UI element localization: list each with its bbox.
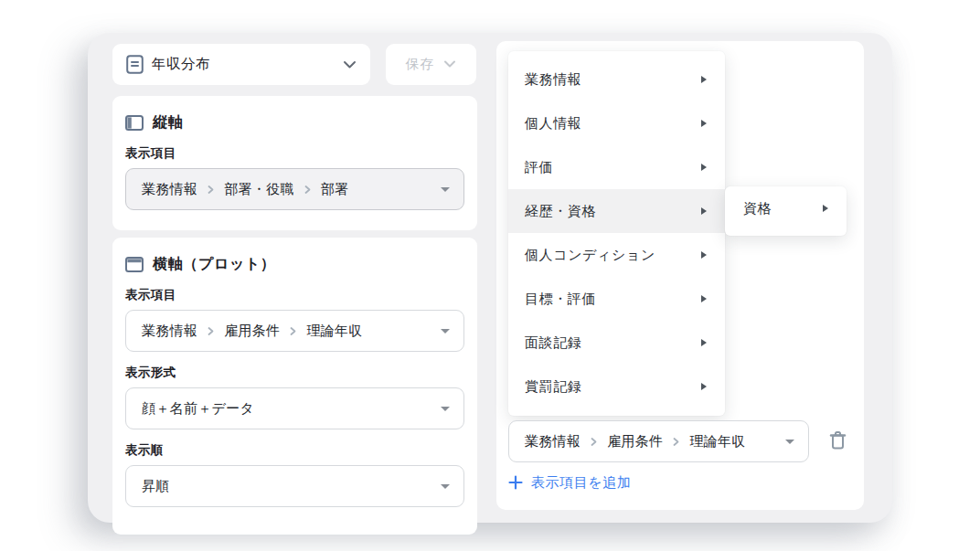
menu-item-label: 賞罰記録 <box>525 378 581 396</box>
arrow-right-icon <box>701 383 707 390</box>
menu-item-label: 面談記録 <box>525 334 581 352</box>
chart-selector[interactable]: 年収分布 <box>112 44 370 85</box>
menu-item-label: 個人情報 <box>525 115 581 132</box>
display-format-value: 顔＋名前＋データ <box>142 400 254 418</box>
arrow-right-icon <box>701 295 707 302</box>
horizontal-split-icon <box>125 257 144 272</box>
chevron-down-icon <box>343 60 357 69</box>
chevron-down-icon <box>443 60 456 69</box>
vertical-axis-item-select[interactable]: 業務情報 部署・役職 部署 <box>125 168 464 210</box>
sort-order-value: 昇順 <box>142 478 170 495</box>
arrow-right-icon <box>701 339 707 346</box>
chart-title: 年収分布 <box>152 55 210 74</box>
delete-display-item-button[interactable] <box>824 427 851 454</box>
arrow-right-icon <box>823 205 828 212</box>
arrow-right-icon <box>701 251 707 259</box>
vertical-split-icon <box>125 115 144 131</box>
caret-down-icon <box>441 407 450 411</box>
horizontal-axis-title: 横軸（プロット） <box>153 255 276 274</box>
arrow-right-icon <box>701 207 707 215</box>
breadcrumb-part: 部署・役職 <box>224 181 294 198</box>
display-item-label: 表示項目 <box>125 287 464 303</box>
breadcrumb-part: 雇用条件 <box>607 433 663 450</box>
display-item-label: 表示項目 <box>125 145 464 162</box>
chevron-right-icon <box>672 437 680 447</box>
document-icon <box>126 55 144 74</box>
chevron-right-icon <box>590 437 598 447</box>
menu-item-label: 評価 <box>525 159 553 176</box>
save-button[interactable]: 保存 <box>386 44 476 85</box>
save-button-label: 保存 <box>406 56 435 73</box>
caret-down-icon <box>441 329 450 334</box>
chevron-right-icon <box>289 326 297 336</box>
breadcrumb-part: 理論年収 <box>306 323 362 340</box>
menu-item-goal-evaluation[interactable]: 目標・評価 <box>508 277 725 321</box>
breadcrumb-part: 業務情報 <box>525 433 581 450</box>
caret-down-icon <box>441 187 450 192</box>
horizontal-axis-item-select[interactable]: 業務情報 雇用条件 理論年収 <box>125 310 464 352</box>
arrow-right-icon <box>701 120 707 127</box>
chevron-right-icon <box>304 185 312 195</box>
horizontal-axis-section: 横軸（プロット） 表示項目 業務情報 雇用条件 理論年収 表示形式 顔＋名前＋デ… <box>112 238 477 535</box>
vertical-axis-title: 縦軸 <box>153 113 183 132</box>
arrow-right-icon <box>701 76 707 83</box>
display-format-label: 表示形式 <box>125 365 464 381</box>
menu-item-interview-records[interactable]: 面談記録 <box>508 321 725 365</box>
menu-item-label: 業務情報 <box>525 71 581 89</box>
chevron-right-icon <box>207 185 215 195</box>
breadcrumb-part: 雇用条件 <box>224 323 280 340</box>
menu-item-career-qualification[interactable]: 経歴・資格 <box>508 189 725 233</box>
menu-item-reward-punishment-records[interactable]: 賞罰記録 <box>508 365 725 408</box>
selected-display-item-select[interactable]: 業務情報 雇用条件 理論年収 <box>508 420 809 462</box>
breadcrumb-part: 業務情報 <box>142 181 197 198</box>
menu-item-label: 資格 <box>743 200 772 217</box>
caret-down-icon <box>785 440 794 444</box>
category-submenu: 資格 <box>725 186 847 236</box>
add-display-item-link[interactable]: 表示項目を追加 <box>508 472 632 493</box>
sort-order-select[interactable]: 昇順 <box>125 465 464 507</box>
menu-item-label: 経歴・資格 <box>525 203 596 220</box>
screenshot-page: 年収分布 保存 縦軸 表示項目 業務情報 <box>0 0 980 551</box>
breadcrumb-part: 部署 <box>321 181 349 198</box>
vertical-axis-section: 縦軸 表示項目 業務情報 部署・役職 部署 <box>112 96 477 230</box>
menu-item-label: 個人コンディション <box>525 247 655 264</box>
menu-item-business-info[interactable]: 業務情報 <box>508 58 725 101</box>
breadcrumb-part: 業務情報 <box>142 323 197 340</box>
caret-down-icon <box>441 484 450 489</box>
plus-icon <box>508 475 523 490</box>
category-menu: 業務情報 個人情報 評価 経歴・資格 個人コンディション 目標・評価 面談記録 <box>508 51 725 416</box>
trash-icon <box>827 429 848 451</box>
sort-order-label: 表示順 <box>125 442 464 459</box>
arrow-right-icon <box>701 164 707 171</box>
menu-item-evaluation[interactable]: 評価 <box>508 145 725 189</box>
display-format-select[interactable]: 顔＋名前＋データ <box>125 387 464 429</box>
menu-item-personal-info[interactable]: 個人情報 <box>508 101 725 145</box>
menu-item-personal-condition[interactable]: 個人コンディション <box>508 233 725 277</box>
menu-item-label: 目標・評価 <box>525 291 596 308</box>
submenu-item-qualification[interactable]: 資格 <box>725 186 847 230</box>
breadcrumb-part: 理論年収 <box>689 433 745 450</box>
chevron-right-icon <box>207 326 215 336</box>
add-display-item-label: 表示項目を追加 <box>531 474 632 492</box>
